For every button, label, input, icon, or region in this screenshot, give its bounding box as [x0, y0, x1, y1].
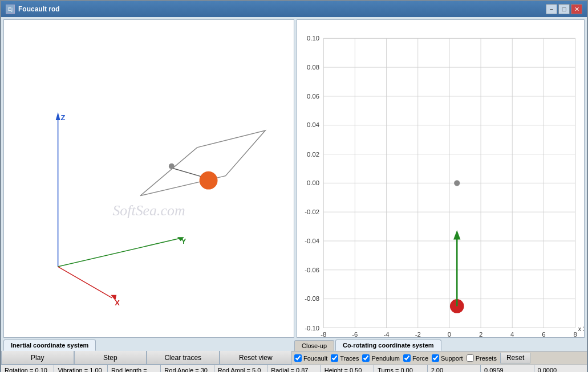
status-rod-length: Rod length = 1.00	[108, 365, 161, 372]
svg-text:0.06: 0.06	[307, 93, 319, 100]
pendulum-checkbox[interactable]	[362, 354, 370, 362]
status-val1: 2.00	[428, 365, 481, 372]
svg-text:Z: Z	[61, 113, 66, 122]
chart-svg: 0.10 0.08 0.06 0.04 0.02 0.00 -0.02 -0.0…	[297, 20, 584, 337]
svg-text:Y: Y	[181, 237, 186, 246]
status-val2: 0.0959	[481, 365, 534, 372]
minimize-button[interactable]: −	[546, 4, 557, 14]
status-vibration: Vibration = 1.00	[54, 365, 107, 372]
force-checkbox[interactable]	[403, 354, 411, 362]
close-button[interactable]: ✕	[571, 4, 582, 14]
3d-viewport[interactable]: Z Y X	[4, 20, 294, 337]
status-height: Height = 0.50	[321, 365, 374, 372]
left-tab-area: Inertial coordinate system	[1, 338, 292, 351]
presets-checkbox[interactable]	[467, 354, 474, 362]
tab-closeup[interactable]: Close-up	[294, 340, 334, 351]
svg-text:-0.02: -0.02	[305, 209, 319, 215]
svg-text:0.00: 0.00	[307, 179, 319, 186]
foucault-checkbox[interactable]	[294, 354, 302, 362]
status-rod-angle: Rod Angle = 30	[161, 365, 214, 372]
support-checkbox[interactable]	[432, 354, 439, 362]
svg-text:-0.06: -0.06	[305, 267, 319, 273]
status-row: Rotation = 0.10 Vibration = 1.00 Rod len…	[1, 365, 587, 372]
step-button[interactable]: Step	[74, 351, 147, 365]
svg-text:-6: -6	[352, 331, 358, 337]
main-window: Ej Foucault rod − □ ✕ Z	[0, 0, 588, 372]
svg-point-13	[200, 171, 218, 190]
window-title: Foucault rod	[18, 5, 60, 13]
cb-presets[interactable]: Presets	[467, 354, 497, 362]
svg-text:0.10: 0.10	[307, 35, 319, 42]
cb-support-label: Support	[441, 355, 463, 362]
left-3d-panel: Z Y X	[3, 19, 294, 338]
cb-pendulum[interactable]: Pendulum	[362, 354, 400, 362]
svg-text:-0.04: -0.04	[305, 238, 319, 244]
status-radial: Radial = 0.87	[267, 365, 321, 372]
bottom-controls: Inertial coordinate system Close-up Co-r…	[1, 338, 587, 372]
checkboxes-area: Foucault Traces Pendulum Force	[292, 351, 587, 365]
cb-foucault[interactable]: Foucault	[294, 354, 327, 362]
traces-checkbox[interactable]	[331, 354, 338, 362]
svg-text:0.04: 0.04	[307, 121, 319, 128]
svg-text:x 10⁻²: x 10⁻²	[578, 326, 584, 332]
svg-text:0.02: 0.02	[307, 151, 319, 158]
reset-button[interactable]: Reset	[500, 353, 530, 363]
tab-inertial[interactable]: Inertial coordinate system	[3, 340, 96, 351]
svg-text:4: 4	[510, 331, 514, 337]
cb-pendulum-label: Pendulum	[371, 355, 400, 362]
maximize-button[interactable]: □	[558, 4, 570, 14]
app-icon: Ej	[6, 5, 15, 14]
svg-text:-0.10: -0.10	[305, 325, 319, 332]
main-content: Z Y X	[1, 17, 587, 372]
svg-text:6: 6	[542, 331, 545, 337]
title-bar-left: Ej Foucault rod	[6, 5, 60, 14]
svg-text:-4: -4	[384, 331, 390, 337]
cb-presets-label: Presets	[476, 355, 497, 362]
svg-point-12	[169, 163, 175, 169]
left-buttons: Play Step Clear traces Reset view	[1, 351, 292, 365]
play-button[interactable]: Play	[1, 351, 74, 365]
svg-text:-2: -2	[415, 331, 421, 337]
title-bar: Ej Foucault rod − □ ✕	[1, 1, 587, 17]
cb-traces[interactable]: Traces	[331, 354, 359, 362]
right-chart-panel: 0.10 0.08 0.06 0.04 0.02 0.00 -0.02 -0.0…	[297, 19, 585, 338]
buttons-row: Play Step Clear traces Reset view Foucau…	[1, 351, 587, 365]
right-tab-area: Close-up Co-rotating coordinate system	[292, 338, 587, 351]
cb-foucault-label: Foucault	[303, 355, 327, 362]
title-bar-buttons: − □ ✕	[546, 4, 582, 14]
svg-text:X: X	[115, 299, 120, 307]
clear-traces-button[interactable]: Clear traces	[147, 351, 220, 365]
status-val3: 0.0000	[534, 365, 587, 372]
svg-text:0.08: 0.08	[307, 64, 319, 71]
cb-force-label: Force	[412, 355, 428, 362]
tab-row: Inertial coordinate system Close-up Co-r…	[1, 338, 587, 351]
svg-text:8: 8	[573, 331, 577, 337]
svg-text:0: 0	[448, 331, 451, 337]
cb-support[interactable]: Support	[432, 354, 463, 362]
svg-text:-0.08: -0.08	[305, 295, 319, 302]
tab-corotating[interactable]: Co-rotating coordinate system	[335, 340, 441, 351]
cb-traces-label: Traces	[340, 355, 359, 362]
reset-view-button[interactable]: Reset view	[220, 351, 293, 365]
status-turns: Turns = 0.00	[374, 365, 427, 372]
svg-text:2: 2	[479, 331, 482, 337]
status-rotation: Rotation = 0.10	[1, 365, 54, 372]
cb-force[interactable]: Force	[403, 354, 428, 362]
svg-text:-8: -8	[321, 331, 326, 337]
panels: Z Y X	[1, 17, 587, 338]
svg-point-58	[454, 180, 460, 186]
status-rod-ampl: Rod Ampl = 5.0	[214, 365, 267, 372]
svg-rect-0	[4, 28, 294, 329]
svg-text:SoftSea.com: SoftSea.com	[112, 202, 185, 219]
